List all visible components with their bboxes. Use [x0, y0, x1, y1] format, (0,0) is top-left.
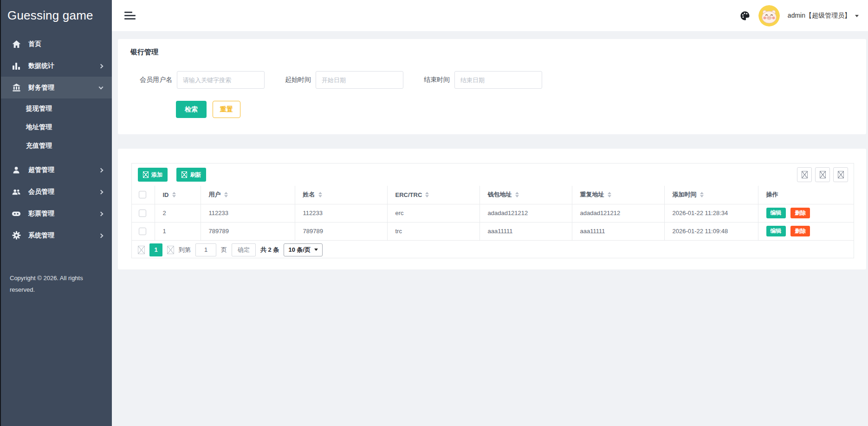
- edit-button[interactable]: 编辑: [766, 208, 786, 218]
- sidebar-menu: 首页 数据统计 财务管理 提现管理 地址管理 充值管理 超管管理: [0, 33, 112, 246]
- delete-button[interactable]: 删除: [790, 226, 810, 236]
- cell-wallet-dup: aaa11111: [572, 222, 664, 240]
- sidebar-item-statistics[interactable]: 数据统计: [0, 55, 112, 77]
- end-date-input[interactable]: [454, 71, 542, 89]
- cell-wallet: aaa11111: [479, 222, 572, 240]
- left-edge-artifact: [0, 0, 1, 426]
- sort-icon[interactable]: [515, 192, 519, 197]
- start-date-input[interactable]: [316, 71, 403, 89]
- cell-name: 112233: [295, 204, 387, 222]
- table-tool-button-1[interactable]: [797, 167, 812, 182]
- confirm-page-button[interactable]: 确定: [232, 243, 256, 256]
- delete-button[interactable]: 删除: [790, 208, 810, 218]
- goto-page-input[interactable]: [195, 243, 216, 256]
- cell-name: 789789: [295, 222, 387, 240]
- select-caret-icon: [314, 249, 318, 251]
- bank-table: ID 用户 姓名 ERC/TRC 钱包地址 重复地址 添加时间 操作 2 11: [132, 186, 854, 241]
- search-button[interactable]: 检索: [176, 101, 207, 118]
- start-time-label: 起始时间: [285, 76, 311, 84]
- sidebar-item-lottery[interactable]: 彩票管理: [0, 203, 112, 224]
- table-header-row: ID 用户 姓名 ERC/TRC 钱包地址 重复地址 添加时间 操作: [132, 186, 854, 204]
- sort-icon[interactable]: [425, 192, 429, 197]
- user-avatar[interactable]: [758, 5, 780, 26]
- cell-id: 2: [155, 204, 201, 222]
- filter-buttons: 检索 重置: [176, 101, 854, 118]
- app-logo: Guessing game: [0, 0, 112, 31]
- sidebar-item-finance[interactable]: 财务管理: [0, 77, 112, 98]
- bar-chart-icon: [12, 61, 21, 71]
- page-suffix-label: 页: [221, 246, 227, 254]
- cell-id: 1: [155, 222, 201, 240]
- sort-icon[interactable]: [224, 192, 228, 197]
- sidebar-toggle-icon[interactable]: [124, 12, 136, 20]
- cell-wallet-dup: adadad121212: [572, 204, 664, 222]
- sidebar-item-superadmin[interactable]: 超管管理: [0, 159, 112, 181]
- sidebar-item-label: 系统管理: [28, 231, 54, 240]
- sort-icon[interactable]: [318, 192, 322, 197]
- row-checkbox[interactable]: [139, 210, 146, 217]
- user-menu[interactable]: admin【超级管理员】: [788, 12, 859, 20]
- select-all-checkbox[interactable]: [139, 191, 146, 198]
- gear-icon: [12, 231, 21, 240]
- finance-submenu: 提现管理 地址管理 充值管理: [0, 98, 112, 159]
- table-tool-button-3[interactable]: [833, 167, 848, 182]
- current-page-button[interactable]: 1: [149, 243, 162, 256]
- sort-icon[interactable]: [172, 192, 176, 197]
- sort-icon[interactable]: [700, 192, 704, 197]
- column-header-created: 添加时间: [673, 190, 697, 199]
- username-input[interactable]: [177, 71, 265, 89]
- sidebar-item-home[interactable]: 首页: [0, 33, 112, 55]
- reset-button[interactable]: 重置: [213, 101, 240, 118]
- user-icon: [12, 165, 21, 175]
- row-checkbox[interactable]: [139, 228, 146, 235]
- next-page-button[interactable]: [167, 246, 174, 254]
- sidebar-item-members[interactable]: 会员管理: [0, 181, 112, 203]
- table-tool-button-2[interactable]: [815, 167, 830, 182]
- cell-user: 112233: [201, 204, 295, 222]
- column-header-id: ID: [163, 191, 169, 198]
- refresh-button-label: 刷新: [190, 171, 201, 179]
- prev-page-button[interactable]: [138, 246, 145, 254]
- main-content: 银行管理 会员用户名 起始时间 结束时间 检索 重置 添加: [112, 31, 868, 426]
- add-button[interactable]: 添加: [138, 168, 168, 182]
- toolbar-right: [797, 167, 848, 182]
- chevron-right-icon: [99, 233, 104, 238]
- bank-icon: [12, 83, 21, 92]
- page-title: 银行管理: [130, 48, 854, 57]
- broken-glyph-icon: [820, 171, 826, 178]
- subitem-label: 提现管理: [26, 105, 52, 113]
- username-label: 会员用户名: [140, 76, 172, 84]
- search-card: 银行管理 会员用户名 起始时间 结束时间 检索 重置: [118, 39, 866, 134]
- broken-glyph-icon: [802, 171, 808, 178]
- total-count-label: 共 2 条: [260, 246, 279, 254]
- sort-icon[interactable]: [608, 192, 611, 197]
- gamepad-icon: [12, 209, 21, 218]
- sidebar-item-label: 彩票管理: [28, 210, 54, 218]
- sidebar-subitem-recharge[interactable]: 充值管理: [0, 137, 112, 155]
- table-row: 1 789789 789789 trc aaa11111 aaa11111 20…: [132, 222, 854, 240]
- broken-glyph-icon: [181, 171, 187, 178]
- column-header-user: 用户: [209, 190, 221, 199]
- sidebar-item-system[interactable]: 系统管理: [0, 224, 112, 246]
- sidebar-subitem-address[interactable]: 地址管理: [0, 118, 112, 137]
- column-header-name: 姓名: [303, 190, 315, 199]
- filter-row: 会员用户名 起始时间 结束时间: [140, 71, 854, 89]
- copyright-text: Copyright © 2026. All rights reserved.: [10, 272, 92, 295]
- sidebar-item-label: 会员管理: [28, 188, 54, 196]
- sidebar-subitem-withdraw[interactable]: 提现管理: [0, 99, 112, 118]
- goto-label: 到第: [179, 246, 191, 254]
- column-header-erctrc: ERC/TRC: [395, 191, 422, 198]
- chevron-right-icon: [99, 190, 104, 194]
- cell-created: 2026-01-22 11:28:34: [664, 204, 758, 222]
- add-button-label: 添加: [151, 171, 162, 179]
- page-size-select[interactable]: 10 条/页: [284, 243, 323, 256]
- sidebar-item-label: 首页: [28, 40, 41, 48]
- column-header-wallet: 钱包地址: [488, 190, 512, 199]
- theme-palette-icon[interactable]: [739, 10, 751, 21]
- chevron-right-icon: [99, 211, 104, 216]
- refresh-button[interactable]: 刷新: [176, 168, 206, 182]
- broken-glyph-icon: [167, 246, 174, 254]
- cell-user: 789789: [201, 222, 295, 240]
- edit-button[interactable]: 编辑: [766, 226, 786, 236]
- cell-type: trc: [387, 222, 479, 240]
